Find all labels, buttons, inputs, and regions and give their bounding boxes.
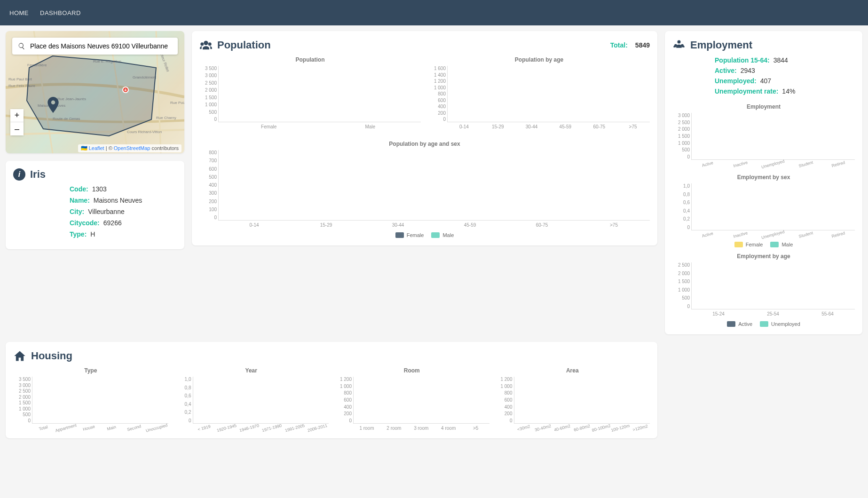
chart-plot: 02004006008001 0001 200 (353, 377, 489, 424)
emp-unemp-key: Unemployed: (715, 77, 757, 85)
osm-link[interactable]: OpenStreetMap (114, 145, 150, 151)
iris-name-val: Maisons Neuves (94, 197, 142, 204)
iris-type-val: H (90, 230, 95, 238)
iris-name-key: Name: (70, 197, 90, 204)
map-location-pin-icon (47, 97, 59, 113)
employment-card: Employment Population 15-64:3844 Active:… (665, 31, 862, 334)
map-zoom-in-button[interactable]: + (10, 109, 24, 122)
map-attribution: 🇺🇦 Leaflet | © OpenStreetMap contributor… (78, 144, 181, 152)
map-search (12, 38, 178, 55)
legend-emp-female: Female (734, 242, 763, 247)
chart-title: Population by age (515, 56, 563, 63)
chart-plot: 05001 0001 5002 0002 5003 0003 500 (32, 377, 168, 424)
chart-title: Type (84, 367, 97, 374)
chart-employment-age: Employment by age05001 0001 5002 0002 50… (672, 253, 855, 316)
housing-title: Housing (31, 350, 72, 362)
iris-city-val: Villeurbanne (88, 208, 125, 215)
legend-emp-male: Male (770, 242, 793, 247)
chart-population-sex: Population05001 0001 5002 0002 5003 0003… (199, 56, 421, 129)
chart-title: Employment by age (737, 253, 790, 260)
housing-icon (13, 349, 26, 363)
search-icon (18, 42, 25, 50)
housing-card: Housing Type05001 0001 5002 0002 5003 00… (6, 342, 657, 438)
population-title: Population (217, 39, 271, 51)
population-icon (199, 39, 213, 52)
map-poi-marker: + (122, 87, 129, 93)
map-search-input[interactable] (30, 42, 172, 50)
chart-x-labels: FemaleMale (218, 124, 421, 129)
chart-plot: 0100200300400500600700800 (218, 150, 650, 221)
iris-code-val: 1303 (92, 185, 107, 193)
chart-plot: 02004006008001 0001 200 (514, 377, 650, 424)
emp-active-key: Active: (715, 67, 737, 74)
chart-population-age-sex: Population by age and sex010020030040050… (199, 141, 650, 228)
population-total-value: 5849 (635, 41, 650, 49)
emp-pop-key: Population 15-64: (715, 56, 770, 64)
chart-housing-room: Room02004006008001 0001 2001 room2 room3… (334, 367, 489, 431)
chart-population-age: Population by age02004006008001 0001 200… (428, 56, 650, 129)
chart-plot: 05001 0001 5002 0002 5003 000 (691, 113, 855, 160)
nav-home[interactable]: HOME (9, 9, 29, 16)
map-zoom-out-button[interactable]: – (10, 122, 24, 135)
chart-x-labels: 0-1415-2930-4445-5960-75>75 (447, 124, 650, 129)
chart-x-labels: <30m230-40m240-60m260-80m280-100m2100-12… (514, 426, 650, 430)
emp-rate-val: 14% (782, 87, 795, 95)
chart-plot: 00,20,40,60,81,0 (193, 377, 329, 424)
chart-x-labels: TotalAppartmentHouseMainSecondUnoccupied (32, 426, 168, 430)
map-label-poizat: Rue Poizat (170, 101, 184, 105)
iris-type-key: Type: (70, 230, 87, 238)
legend-emp-unemployed: Unemployed (760, 321, 800, 327)
emp-unemp-val: 407 (760, 77, 771, 85)
chart-x-labels: < 19191920-19451946-19701971-19901991-20… (193, 426, 329, 430)
navbar: HOME DASHBOARD (0, 0, 868, 25)
info-icon: i (13, 168, 25, 181)
legend-emp-active: Active (727, 321, 752, 327)
map-iris-polygon (24, 54, 161, 138)
iris-title: Iris (30, 168, 46, 181)
iris-citycode-key: Citycode: (70, 219, 100, 227)
chart-plot: 05001 0001 5002 0002 5003 0003 500 (218, 66, 421, 122)
chart-title: Employment by sex (737, 174, 790, 181)
svg-marker-0 (27, 56, 156, 136)
chart-x-labels: ActiveInactiveUnemployedStudentRetired (691, 162, 855, 166)
employment-icon (672, 39, 686, 52)
population-card: Population Total: 5849 Population05001 0… (192, 31, 657, 245)
chart-housing-year: Year00,20,40,60,81,0< 19191920-19451946-… (174, 367, 329, 431)
emp-pop-val: 3844 (773, 56, 788, 64)
chart-title: Area (566, 367, 579, 374)
nav-dashboard[interactable]: DASHBOARD (40, 9, 81, 16)
chart-title: Employment (747, 103, 781, 110)
employment-title: Employment (690, 39, 752, 51)
emp-rate-key: Unemployment rate: (715, 87, 778, 95)
chart-x-labels: ActiveInactiveUnemployedStudentRetired (691, 232, 855, 237)
leaflet-link[interactable]: Leaflet (89, 145, 104, 151)
iris-city-key: City: (70, 208, 84, 215)
population-total-label: Total: (610, 41, 628, 49)
legend-male: Male (431, 232, 454, 238)
chart-employment: Employment05001 0001 5002 0002 5003 000A… (672, 103, 855, 166)
iris-citycode-val: 69266 (103, 219, 122, 227)
chart-employment-sex: Employment by sex00,20,40,60,81,0ActiveI… (672, 174, 855, 237)
chart-housing-type: Type05001 0001 5002 0002 5003 0003 500To… (13, 367, 168, 431)
map[interactable]: Ferrandière Grandclément Rue Jean-Jaurès… (6, 31, 184, 153)
chart-plot: 05001 0001 5002 0002 500 (691, 262, 855, 309)
chart-title: Room (404, 367, 420, 374)
iris-card: i Iris Code:1303 Name:Maisons Neuves Cit… (6, 161, 184, 249)
chart-plot: 00,20,40,60,81,0 (691, 183, 855, 230)
legend-female: Female (395, 232, 424, 238)
chart-x-labels: 0-1415-2930-4445-5960-75>75 (218, 222, 650, 228)
map-zoom-control: + – (10, 109, 24, 135)
emp-active-val: 2943 (741, 67, 755, 74)
chart-plot: 02004006008001 0001 2001 4001 600 (447, 66, 650, 122)
chart-housing-area: Area02004006008001 0001 200<30m230-40m24… (495, 367, 650, 431)
chart-title: Population by age and sex (389, 141, 460, 147)
chart-x-labels: 1 room2 room3 room4 room>5 (353, 426, 489, 431)
chart-title: Year (245, 367, 257, 374)
iris-code-key: Code: (70, 185, 88, 193)
chart-title: Population (296, 56, 325, 63)
chart-x-labels: 15-2425-5455-64 (691, 311, 855, 316)
